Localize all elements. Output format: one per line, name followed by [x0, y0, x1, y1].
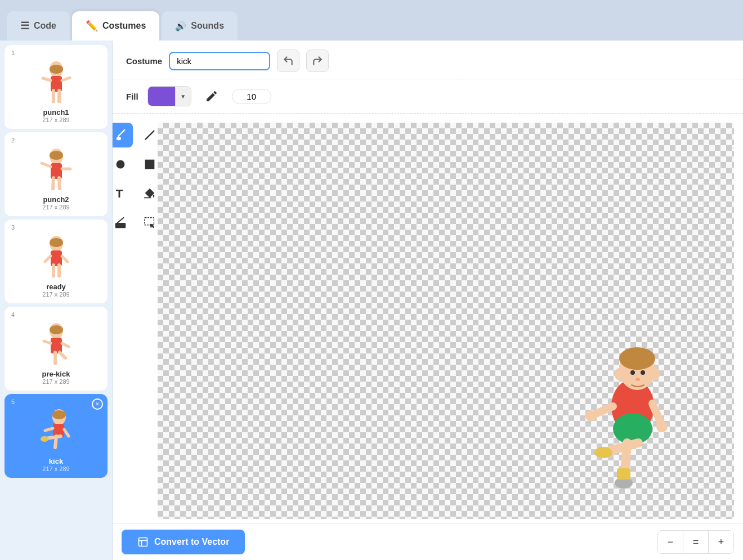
- svg-text:T: T: [116, 187, 123, 200]
- tab-code-label: Code: [34, 21, 56, 31]
- svg-rect-53: [617, 468, 630, 480]
- item-img-ready: [10, 230, 102, 280]
- item-img-pre-kick: [10, 317, 102, 368]
- sidebar-item-pre-kick[interactable]: 4pre-kick217 x 289: [5, 307, 108, 391]
- sidebar-item-punch1[interactable]: 1punch1217 x 289: [5, 45, 108, 129]
- text-tool[interactable]: T: [113, 181, 133, 206]
- brush-size-icon: [200, 86, 223, 106]
- svg-point-29: [52, 410, 66, 419]
- svg-point-58: [641, 370, 645, 375]
- canvas-area: T: [113, 114, 743, 523]
- tab-bar: ☰ Code ✏️ Costumes 🔊 Sounds: [0, 0, 743, 41]
- svg-line-17: [45, 256, 51, 262]
- svg-rect-38: [145, 160, 155, 169]
- brush-tool[interactable]: [113, 123, 133, 147]
- costume-name-input[interactable]: [169, 52, 270, 70]
- convert-icon: [137, 536, 149, 548]
- svg-line-31: [45, 428, 53, 431]
- fill-label: Fill: [126, 92, 138, 101]
- fill-dropdown-icon[interactable]: ▼: [175, 86, 191, 106]
- undo-button[interactable]: [277, 50, 299, 72]
- top-controls: Costume: [113, 41, 743, 79]
- item-number-4: 5: [11, 398, 15, 405]
- item-size-kick: 217 x 289: [10, 465, 102, 472]
- sidebar-item-ready[interactable]: 3ready217 x 289: [5, 219, 108, 303]
- bottom-bar: Convert to Vector − = +: [113, 523, 743, 560]
- svg-rect-41: [145, 218, 154, 225]
- item-img-punch1: [10, 55, 102, 106]
- svg-point-1: [50, 65, 63, 74]
- svg-rect-40: [115, 223, 126, 228]
- svg-line-13: [59, 178, 60, 189]
- item-size-punch1: 217 x 289: [10, 117, 102, 123]
- tab-sounds[interactable]: 🔊 Sounds: [162, 11, 238, 41]
- tools-panel: T: [113, 114, 158, 523]
- zoom-out-button[interactable]: −: [658, 531, 683, 553]
- eraser-tool[interactable]: [113, 210, 133, 235]
- sidebar-item-kick[interactable]: 5×kick217 x 289: [5, 394, 108, 478]
- svg-line-18: [62, 256, 68, 262]
- svg-line-50: [607, 443, 638, 451]
- svg-point-54: [585, 410, 597, 422]
- svg-line-47: [652, 404, 661, 423]
- item-number-2: 3: [11, 224, 15, 231]
- fill-color-button[interactable]: ▼: [147, 86, 191, 106]
- svg-point-51: [594, 447, 612, 458]
- item-name-punch1: punch1: [10, 108, 102, 117]
- item-name-ready: ready: [10, 283, 102, 291]
- item-number-0: 1: [11, 50, 15, 56]
- tab-costumes-label: Costumes: [102, 21, 146, 31]
- svg-rect-62: [139, 538, 147, 546]
- costume-label: Costume: [126, 56, 162, 66]
- svg-point-61: [651, 368, 660, 380]
- svg-point-35: [41, 436, 48, 442]
- svg-point-15: [50, 238, 63, 247]
- svg-line-12: [53, 178, 53, 189]
- sidebar-item-punch2[interactable]: 2punch2217 x 289: [5, 132, 108, 216]
- size-input[interactable]: [232, 89, 271, 104]
- item-size-ready: 217 x 289: [10, 291, 102, 298]
- svg-point-22: [50, 325, 63, 334]
- item-name-pre-kick: pre-kick: [10, 370, 102, 378]
- fill-color-swatch: [148, 86, 175, 106]
- svg-line-24: [44, 341, 51, 343]
- convert-to-vector-button[interactable]: Convert to Vector: [122, 530, 245, 554]
- redo-button[interactable]: [306, 50, 329, 72]
- svg-point-44: [619, 347, 655, 370]
- svg-line-46: [593, 406, 613, 415]
- item-img-kick: [10, 404, 102, 455]
- circle-tool[interactable]: [113, 152, 133, 177]
- item-number-1: 2: [11, 137, 15, 144]
- code-icon: ☰: [20, 20, 29, 32]
- item-number-3: 4: [11, 311, 15, 318]
- zoom-in-button[interactable]: +: [709, 531, 733, 553]
- character-figure: [565, 316, 700, 496]
- item-size-pre-kick: 217 x 289: [10, 378, 102, 385]
- convert-btn-label: Convert to Vector: [154, 537, 229, 547]
- second-controls: Fill ▼: [113, 79, 743, 114]
- tab-sounds-label: Sounds: [191, 21, 224, 31]
- drawing-canvas[interactable]: [158, 123, 734, 519]
- costumes-icon: ✏️: [86, 20, 98, 32]
- item-name-kick: kick: [10, 457, 102, 465]
- editor-area: Costume Fill ▼: [113, 41, 743, 560]
- close-costume-button[interactable]: ×: [92, 398, 103, 410]
- svg-line-10: [42, 163, 51, 167]
- main-content: 1punch1217 x 2892punch2217 x 2893ready21…: [0, 41, 743, 560]
- svg-point-57: [630, 370, 635, 375]
- item-img-punch2: [10, 142, 102, 193]
- svg-line-4: [62, 78, 70, 80]
- svg-line-3: [43, 78, 51, 80]
- tab-code[interactable]: ☰ Code: [7, 11, 70, 41]
- sidebar: 1punch1217 x 2892punch2217 x 2893ready21…: [0, 41, 113, 560]
- zoom-fit-button[interactable]: =: [683, 531, 708, 553]
- svg-line-27: [60, 352, 65, 358]
- svg-point-37: [117, 160, 125, 169]
- item-size-punch2: 217 x 289: [10, 204, 102, 210]
- zoom-controls: − = +: [657, 530, 734, 554]
- svg-point-8: [50, 151, 63, 160]
- tab-costumes[interactable]: ✏️ Costumes: [72, 11, 159, 41]
- svg-point-59: [635, 378, 640, 381]
- svg-point-60: [615, 368, 624, 380]
- sounds-icon: 🔊: [175, 21, 186, 32]
